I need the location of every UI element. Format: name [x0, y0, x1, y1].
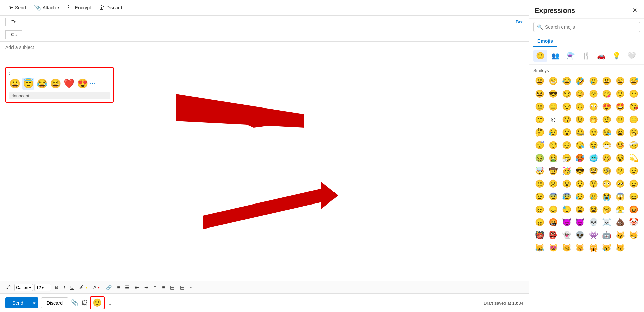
emoji-cell[interactable]: 😻 — [547, 242, 560, 254]
to-label[interactable]: To — [5, 18, 22, 26]
emoji-cell[interactable]: 😧 — [533, 191, 546, 203]
emoji-cell[interactable]: 😁 — [547, 75, 560, 87]
cat-food[interactable]: 🍴 — [579, 50, 593, 62]
emoji-cell[interactable]: 🥲 — [587, 75, 600, 87]
cc-label[interactable]: Cc — [5, 30, 22, 39]
clear-format-button[interactable]: 🖍 — [4, 283, 13, 291]
emoji-cell[interactable]: ☠️ — [600, 216, 613, 229]
emoji-cell[interactable]: 😀 — [533, 75, 546, 87]
align-left-button[interactable]: ≡ — [115, 283, 122, 291]
emoji-cell[interactable]: 😳 — [600, 178, 613, 190]
emoji-cell[interactable]: 🤖 — [600, 229, 613, 241]
emoji-cell[interactable]: 🤨 — [600, 114, 613, 126]
emoji-joy[interactable]: 😂 — [36, 78, 48, 90]
emoji-cell[interactable]: 😩 — [574, 203, 586, 216]
emoji-cell[interactable]: 💀 — [587, 216, 600, 229]
emoji-cell[interactable]: 🤬 — [547, 216, 560, 229]
emoji-cell[interactable]: 😡 — [627, 203, 640, 216]
emoji-cell[interactable]: 😅 — [627, 75, 640, 87]
emoji-cell[interactable]: 😼 — [560, 242, 573, 254]
emoji-cell[interactable]: 😲 — [587, 178, 600, 190]
emoji-cell[interactable]: 😥 — [547, 126, 560, 139]
emoji-cell[interactable]: 🥳 — [560, 165, 573, 177]
emoji-cell[interactable]: 😯 — [587, 126, 600, 139]
emoji-cell[interactable]: 😑 — [627, 114, 640, 126]
emoji-cell[interactable]: 🤢 — [533, 152, 546, 164]
send-button[interactable]: ➤ Send — [5, 3, 29, 13]
emoji-cell[interactable]: 🤯 — [533, 165, 546, 177]
emoji-cell[interactable]: 👹 — [533, 229, 546, 241]
emoji-cell[interactable]: 🥺 — [614, 178, 627, 190]
emoji-innocent[interactable]: 😇 — [22, 78, 34, 90]
emoji-cell[interactable]: 🤩 — [614, 101, 627, 113]
emoji-cell[interactable]: 🤭 — [587, 114, 600, 126]
align-right-button[interactable]: ▤ — [168, 283, 177, 291]
font-selector[interactable]: Calibri ▾ — [14, 284, 33, 291]
emoji-cell[interactable]: 😪 — [574, 139, 586, 151]
emoji-cell[interactable]: 😎 — [547, 88, 560, 100]
emoji-cell[interactable]: 😒 — [560, 101, 573, 113]
decrease-indent-button[interactable]: ⇤ — [133, 283, 141, 291]
bcc-button[interactable]: Bcc — [516, 19, 523, 24]
emoji-cell[interactable]: 🙁 — [533, 178, 546, 190]
emoji-cell[interactable]: 😢 — [587, 191, 600, 203]
emoji-cell[interactable]: 💩 — [614, 216, 627, 229]
emoji-cell[interactable]: 🤓 — [587, 165, 600, 177]
emoji-cell[interactable]: 😉 — [574, 114, 586, 126]
emoji-cell[interactable]: 👻 — [560, 229, 573, 241]
cat-smiley[interactable]: 🙂 — [533, 50, 547, 62]
discard-button[interactable]: 🗑 Discard — [96, 3, 125, 13]
emoji-cell[interactable]: 😶 — [627, 88, 640, 100]
font-color-button[interactable]: A▼ — [91, 283, 102, 291]
emoji-cell[interactable]: 😕 — [614, 165, 627, 177]
encrypt-button[interactable]: 🛡 Encrypt — [64, 3, 94, 13]
emoji-cell[interactable]: 👽 — [574, 229, 586, 241]
emoji-cell[interactable]: 😊 — [574, 88, 586, 100]
emoji-cell[interactable]: 😋 — [600, 88, 613, 100]
emoji-cell[interactable]: 😘 — [627, 101, 640, 113]
emoji-cell[interactable]: 😞 — [547, 203, 560, 216]
emoji-cell[interactable]: 😐 — [533, 101, 546, 113]
attach-bottom-button[interactable]: 📎 — [71, 299, 78, 307]
emoji-cell[interactable]: 😯 — [574, 178, 586, 190]
emoji-cell[interactable]: 😺 — [614, 229, 627, 241]
format-more-button[interactable]: ··· — [188, 283, 196, 291]
emoji-cell[interactable]: 👿 — [574, 216, 586, 229]
cat-transport[interactable]: 🚗 — [594, 50, 608, 62]
cat-symbols[interactable]: 💡 — [610, 50, 623, 62]
emoji-cell[interactable]: 😫 — [587, 203, 600, 216]
emoji-cell[interactable]: 🥵 — [574, 152, 586, 164]
emoji-cell[interactable]: 🤠 — [547, 165, 560, 177]
emoji-cell[interactable]: 👺 — [547, 229, 560, 241]
emoji-cell[interactable]: 😄 — [614, 75, 627, 87]
emoji-cell[interactable]: 🙂 — [614, 88, 627, 100]
emoji-cell[interactable]: 🧐 — [600, 165, 613, 177]
image-button[interactable]: 🖼 — [81, 299, 87, 307]
body-area[interactable]: : 😀 😇 😂 😆 ❤️ 😍 ··· :innocent: — [0, 53, 529, 281]
emoji-cell[interactable]: 😓 — [560, 203, 573, 216]
emoji-cell[interactable]: 🥱 — [600, 203, 613, 216]
font-size-selector[interactable]: 12 ▾ — [34, 284, 51, 291]
emoji-cell[interactable]: 😽 — [574, 242, 586, 254]
emoji-cell[interactable]: 😾 — [614, 242, 627, 254]
emoji-cell[interactable]: 😂 — [560, 75, 573, 87]
emoji-cell[interactable]: 😖 — [627, 191, 640, 203]
link-button[interactable]: 🔗 — [104, 283, 114, 291]
emoji-cell[interactable]: 😮 — [560, 126, 573, 139]
more-options-button[interactable]: ... — [127, 3, 138, 12]
attach-button[interactable]: 📎 Attach ▾ — [31, 3, 63, 13]
discard-bottom-button[interactable]: Discard — [41, 297, 68, 308]
emoji-cell[interactable]: 😵 — [614, 152, 627, 164]
emoji-cell[interactable]: 👾 — [587, 229, 600, 241]
emoji-cell[interactable]: 😗 — [533, 114, 546, 126]
emoji-cell[interactable]: 😔 — [560, 139, 573, 151]
emoji-cell[interactable]: 🤡 — [627, 216, 640, 229]
emoji-cell[interactable]: 😏 — [560, 88, 573, 100]
emoji-cell[interactable]: 😮 — [560, 178, 573, 190]
emoji-cell[interactable]: 😃 — [600, 75, 613, 87]
emoji-cell[interactable]: 😦 — [627, 178, 640, 190]
emoji-cell[interactable]: 😴 — [533, 139, 546, 151]
bottom-more-button[interactable]: ... — [107, 300, 111, 306]
highlight-button[interactable]: 🖊▼ — [77, 283, 90, 291]
emoji-cell[interactable]: 🤒 — [614, 139, 627, 151]
